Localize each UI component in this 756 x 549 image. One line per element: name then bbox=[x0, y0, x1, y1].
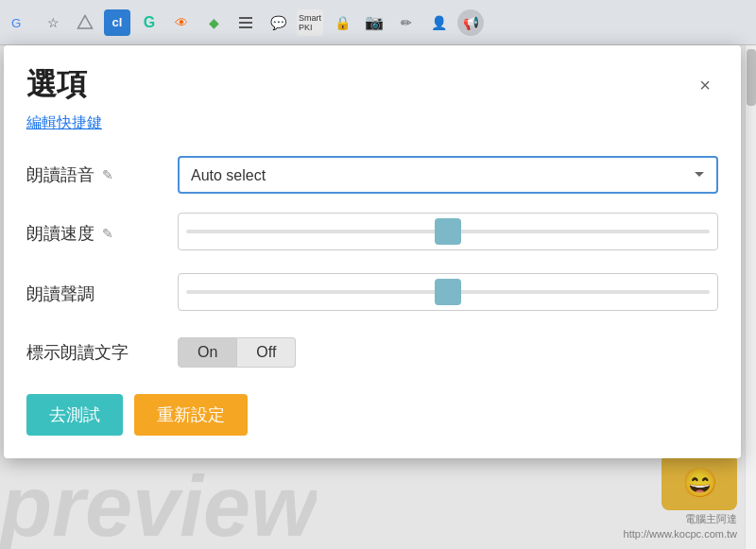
dialog-footer: 去測試 重新設定 bbox=[26, 394, 718, 436]
grammarly-icon[interactable]: G bbox=[136, 9, 163, 36]
voice-control: Auto select English (US) Chinese (Taiwan… bbox=[178, 156, 718, 194]
pitch-label: 朗讀聲調 bbox=[26, 283, 178, 305]
speed-label: 朗讀速度 ✎ bbox=[26, 222, 178, 245]
options-dialog: 選項 × 編輯快捷鍵 朗讀語音 ✎ Auto select English (U… bbox=[4, 45, 741, 458]
maps-icon[interactable]: ◆ bbox=[200, 9, 227, 36]
toggle-group: On Off bbox=[178, 337, 718, 368]
security-red-icon[interactable]: 🔒 bbox=[329, 9, 355, 36]
speed-control bbox=[178, 213, 718, 254]
speed-row: 朗讀速度 ✎ bbox=[26, 213, 718, 254]
voice-edit-icon[interactable]: ✎ bbox=[102, 167, 113, 182]
pitch-row: 朗讀聲調 bbox=[26, 273, 718, 315]
eye-icon[interactable]: 👁 bbox=[168, 9, 195, 36]
voice-label: 朗讀語音 ✎ bbox=[26, 163, 178, 186]
speed-edit-icon[interactable]: ✎ bbox=[102, 226, 113, 241]
close-button[interactable]: × bbox=[692, 71, 718, 100]
svg-text:G: G bbox=[11, 16, 21, 30]
drive-icon[interactable] bbox=[72, 9, 98, 36]
highlight-label: 標示朗讀文字 bbox=[26, 341, 178, 364]
scrollbar[interactable] bbox=[745, 45, 756, 549]
dialog-title: 選項 bbox=[26, 64, 87, 106]
chat-icon[interactable]: 💬 bbox=[265, 9, 291, 36]
highlight-control: On Off bbox=[178, 337, 718, 368]
shortcut-link[interactable]: 編輯快捷鍵 bbox=[26, 113, 102, 133]
pitch-control bbox=[178, 273, 718, 315]
voice-row: 朗讀語音 ✎ Auto select English (US) Chinese … bbox=[26, 156, 718, 194]
multiline-icon[interactable] bbox=[232, 9, 259, 36]
pitch-slider[interactable] bbox=[178, 273, 718, 311]
speaker-icon[interactable]: 📢 bbox=[457, 9, 484, 36]
clipboard-icon[interactable]: cl bbox=[104, 9, 130, 36]
svg-marker-1 bbox=[78, 15, 93, 28]
translate-icon[interactable]: G bbox=[8, 9, 34, 36]
reset-button[interactable]: 重新設定 bbox=[134, 394, 248, 436]
scrollbar-thumb[interactable] bbox=[747, 49, 756, 106]
highlight-row: 標示朗讀文字 On Off bbox=[26, 334, 718, 371]
star-icon[interactable]: ☆ bbox=[40, 9, 66, 36]
pencil-icon[interactable]: ✏ bbox=[393, 9, 420, 36]
chrome-toolbar: G ☆ cl G 👁 ◆ 💬 SmartPKI 🔒 📷 ✏ 👤 bbox=[0, 0, 756, 45]
toggle-off-button[interactable]: Off bbox=[237, 337, 296, 368]
camera-icon[interactable]: 📷 bbox=[361, 9, 387, 36]
voice-select[interactable]: Auto select English (US) Chinese (Taiwan… bbox=[178, 156, 718, 194]
speed-slider[interactable] bbox=[178, 213, 718, 250]
test-button[interactable]: 去測試 bbox=[26, 394, 123, 436]
toggle-on-button[interactable]: On bbox=[178, 337, 237, 368]
dialog-header: 選項 × bbox=[26, 64, 718, 106]
smartpki-icon[interactable]: SmartPKI bbox=[297, 9, 323, 36]
dialog-overlay: 選項 × 編輯快捷鍵 朗讀語音 ✎ Auto select English (U… bbox=[0, 45, 745, 549]
profile-icon[interactable]: 👤 bbox=[425, 9, 452, 36]
